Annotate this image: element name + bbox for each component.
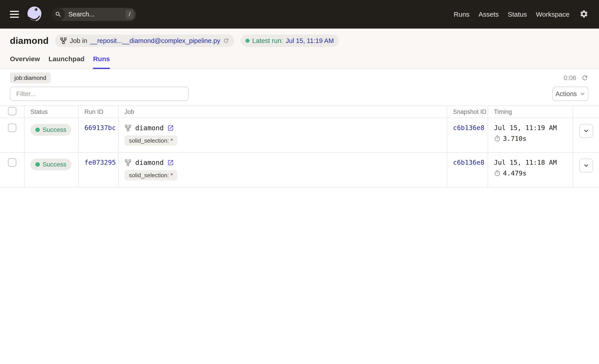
solid-selection-tag[interactable]: solid_selection: *	[124, 135, 177, 146]
tab-overview[interactable]: Overview	[10, 55, 40, 69]
job-graph-icon	[60, 37, 67, 44]
nav-workspace[interactable]: Workspace	[536, 11, 570, 18]
latest-run-badge: Latest run: Jul 15, 11:19 AM	[240, 35, 339, 47]
job-origin-link[interactable]: __reposit...__diamond@complex_pipeline.p…	[90, 37, 220, 44]
job-origin-prefix: Job in	[70, 37, 87, 44]
column-header-job: Job	[118, 106, 447, 118]
search-input[interactable]: Search... /	[52, 8, 136, 21]
column-header-timing: Timing	[488, 106, 573, 118]
nav-assets[interactable]: Assets	[478, 11, 499, 18]
table-header-row: Status Run ID Job Snapshot ID Timing	[0, 106, 599, 118]
filter-token-job-diamond[interactable]: job:diamond	[10, 72, 51, 83]
top-app-bar: Search... / Runs Assets Status Workspace	[0, 0, 599, 29]
job-name-link[interactable]: diamond	[135, 159, 164, 166]
latest-run-label: Latest run:	[252, 37, 283, 44]
table-row: Success fe073295 diamond solid_selection…	[0, 153, 599, 187]
menu-icon[interactable]	[10, 11, 19, 18]
solid-selection-tag[interactable]: solid_selection: *	[124, 170, 177, 181]
tab-launchpad[interactable]: Launchpad	[48, 55, 84, 69]
search-icon	[52, 8, 65, 21]
chevron-down-icon	[583, 128, 589, 134]
chevron-down-icon	[580, 91, 585, 97]
success-dot-icon	[35, 162, 40, 167]
top-nav: Runs Assets Status Workspace	[454, 11, 570, 18]
row-checkbox[interactable]	[8, 123, 17, 132]
row-expand-button[interactable]	[579, 159, 593, 173]
success-dot-icon	[35, 128, 40, 132]
chevron-down-icon	[583, 162, 589, 169]
refresh-icon[interactable]	[581, 74, 588, 81]
column-header-run-id: Run ID	[78, 106, 118, 118]
open-in-new-icon[interactable]	[167, 159, 174, 166]
column-header-snapshot-id: Snapshot ID	[447, 106, 488, 118]
nav-runs[interactable]: Runs	[454, 11, 469, 18]
table-row: Success 669137bc diamond solid_selection…	[0, 118, 599, 153]
run-timestamp: Jul 15, 11:18 AM	[494, 159, 573, 166]
status-badge: Success	[30, 159, 71, 170]
nav-status[interactable]: Status	[508, 11, 527, 18]
reload-repository-icon[interactable]	[223, 38, 229, 44]
page-header: diamond Job in __reposit...__diamond@com…	[0, 29, 599, 69]
run-id-link[interactable]: fe073295	[84, 159, 116, 166]
column-header-menu	[573, 106, 599, 118]
run-duration: 4.479s	[503, 169, 527, 177]
status-label: Success	[43, 126, 66, 133]
run-timestamp: Jul 15, 11:19 AM	[494, 124, 573, 132]
stopwatch-icon	[494, 170, 501, 177]
open-in-new-icon[interactable]	[167, 125, 174, 131]
job-graph-icon	[124, 159, 132, 166]
actions-button-label: Actions	[555, 90, 577, 98]
job-name-link[interactable]: diamond	[135, 124, 164, 132]
snapshot-id-link[interactable]: c6b136e8	[453, 124, 484, 132]
success-dot-icon	[246, 39, 250, 43]
actions-button[interactable]: Actions	[552, 87, 588, 101]
column-header-status: Status	[24, 106, 78, 118]
latest-run-time-link[interactable]: Jul 15, 11:19 AM	[286, 37, 334, 44]
run-id-link[interactable]: 669137bc	[84, 124, 116, 132]
search-placeholder: Search...	[68, 11, 125, 18]
search-shortcut-key: /	[125, 10, 134, 19]
select-all-checkbox[interactable]	[8, 107, 17, 115]
page-title: diamond	[10, 35, 49, 46]
job-graph-icon	[124, 124, 132, 132]
dagster-logo[interactable]	[26, 6, 44, 23]
job-origin-badge: Job in __reposit...__diamond@complex_pip…	[55, 35, 234, 47]
settings-gear-icon[interactable]	[579, 9, 588, 19]
tab-bar: Overview Launchpad Runs	[0, 55, 599, 69]
runs-toolbar: job:diamond 0:06 Actions	[0, 69, 599, 105]
stopwatch-icon	[494, 135, 501, 142]
row-expand-button[interactable]	[579, 124, 593, 138]
runs-table: Status Run ID Job Snapshot ID Timing Suc…	[0, 105, 599, 187]
status-label: Success	[43, 161, 66, 168]
auto-refresh-countdown: 0:06	[564, 74, 576, 82]
snapshot-id-link[interactable]: c6b136e8	[453, 159, 484, 166]
tab-runs[interactable]: Runs	[93, 55, 110, 69]
row-checkbox[interactable]	[8, 158, 17, 167]
runs-filter-input[interactable]	[10, 87, 189, 101]
status-badge: Success	[30, 124, 71, 136]
run-duration: 3.710s	[503, 135, 527, 142]
